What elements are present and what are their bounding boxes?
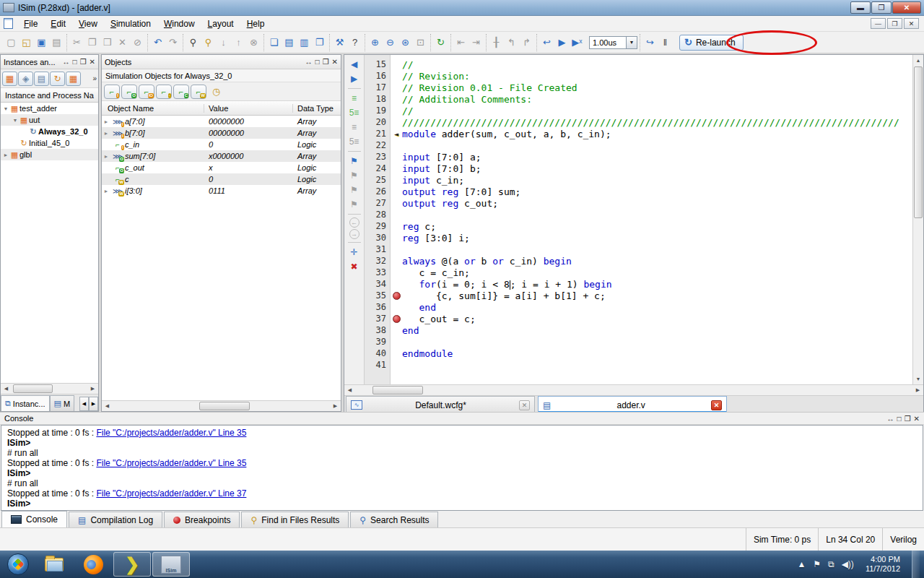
menu-simulation[interactable]: Simulation (104, 17, 157, 30)
code-line-28[interactable]: 28 (365, 209, 912, 220)
constant-filter-button[interactable]: ⌐C (173, 85, 189, 99)
mdi-close-button[interactable]: ✕ (904, 18, 919, 29)
prev-bookmark-icon[interactable]: ⚑ (347, 184, 362, 197)
expander-icon[interactable]: ► (102, 189, 110, 194)
context-help-icon[interactable]: ? (347, 35, 362, 50)
tab-breakpoints[interactable]: Breakpoints (164, 512, 240, 527)
print-icon[interactable]: ▤ (49, 35, 64, 50)
scroll-left-icon[interactable]: ◀ (102, 401, 113, 412)
code-line-29[interactable]: 29reg c; (365, 220, 912, 232)
menu-file[interactable]: File (17, 17, 44, 30)
code-line-32[interactable]: 32always @(a or b or c_in) begin (365, 255, 912, 267)
tree-item-always_32_0[interactable]: ↻Always_32_0 (1, 126, 98, 137)
column-data-type[interactable]: Data Type (293, 104, 341, 113)
taskbar-clock[interactable]: 4:00 PM 11/7/2012 (861, 555, 905, 574)
editor-tab-adderv[interactable]: ▤adder.v✕ (538, 396, 727, 413)
menu-view[interactable]: View (72, 17, 104, 30)
code-line-21[interactable]: 21◄module adder(sum, c_out, a, b, c_in); (365, 128, 912, 139)
zoom-area-icon[interactable]: ⊡ (413, 35, 428, 50)
action-center-flag-icon[interactable]: ⚑ (813, 559, 821, 569)
tab-find-in-files-results[interactable]: ⚲Find in Files Results (241, 512, 349, 527)
code-line-17[interactable]: 17// Revision 0.01 - File Created (365, 82, 912, 93)
expander-icon[interactable]: ► (102, 119, 110, 124)
expander-icon[interactable]: ► (102, 154, 110, 159)
taskbar-isim-button[interactable]: ISim (152, 552, 190, 577)
editor-hscrollbar[interactable]: ◀ ▶ (344, 384, 923, 395)
step-sim-icon[interactable]: ↪ (642, 35, 658, 50)
code-line-25[interactable]: 25input c_in; (365, 174, 912, 186)
column-object-name[interactable]: Object Name (102, 104, 204, 113)
instances-filter-button[interactable]: ▦ (2, 72, 17, 86)
relaunch-button[interactable]: ↻Re-launch (679, 35, 744, 51)
pan-tool-icon[interactable]: ✛ (347, 246, 362, 259)
network-icon[interactable]: ⧉ (828, 559, 834, 569)
show-line-highlight-icon[interactable]: ≡ (347, 92, 362, 105)
expander-icon[interactable]: ► (102, 131, 110, 136)
clear-line-highlight-icon[interactable]: ≡ (347, 121, 362, 134)
menu-edit[interactable]: Edit (44, 17, 72, 30)
maximize-panel-icon[interactable]: □ (315, 58, 320, 66)
objects-hscrollbar[interactable]: ◀ ▶ (102, 400, 341, 411)
restore-panel-icon[interactable]: ❐ (323, 58, 329, 66)
code-line-41[interactable]: 41 (365, 359, 912, 371)
cancel-find-icon[interactable]: ⊗ (246, 35, 261, 50)
close-panel-icon[interactable]: ✕ (90, 58, 95, 66)
scroll-right-icon[interactable]: ▶ (912, 385, 923, 396)
code-line-35[interactable]: 35 {c, sum[i]} = a[i] + b[1] + c; (365, 290, 912, 301)
find-prev-icon[interactable]: ↑ (231, 35, 246, 50)
object-row-sum70[interactable]: ►⋙Osum[7:0]x0000000Array (102, 150, 341, 162)
code-line-36[interactable]: 36 end (365, 301, 912, 313)
jump-back-icon[interactable]: ↰ (504, 35, 519, 50)
find-icon[interactable]: ⚲ (186, 35, 201, 50)
inout-filter-button[interactable]: ⌐IO (139, 85, 154, 99)
toolbar-overflow-icon[interactable]: » (92, 74, 97, 82)
code-line-31[interactable]: 31 (365, 243, 912, 255)
code-line-18[interactable]: 18// Additional Comments: (365, 93, 912, 105)
instances-hscrollbar[interactable]: ◀ ▶ (1, 383, 98, 394)
editor-tab-defaultwcfg[interactable]: ∿Default.wcfg*✕ (346, 396, 535, 413)
expander-icon[interactable]: ▼ (2, 106, 9, 111)
new-file-icon[interactable]: ▢ (4, 35, 19, 50)
scroll-left-icon[interactable]: ◀ (1, 384, 12, 394)
mdi-restore-button[interactable]: ❐ (887, 18, 902, 29)
object-row-c_in[interactable]: ⌐Ic_in0Logic (102, 139, 341, 150)
preferences-wrench-icon[interactable]: ⚒ (332, 35, 347, 50)
code-line-37[interactable]: 37 c_out = c; (365, 313, 912, 324)
cut-icon[interactable]: ✂ (69, 35, 84, 50)
start-button[interactable] (7, 553, 29, 575)
code-line-39[interactable]: 39 (365, 336, 912, 348)
object-row-i30[interactable]: ►⋙Wi[3:0]0111Array (102, 185, 341, 197)
scroll-thumb[interactable] (914, 66, 923, 218)
internal-filter-button[interactable]: ⌐· (156, 85, 172, 99)
show-desktop-button[interactable] (912, 551, 920, 578)
prev-hierarchy-icon[interactable]: ◀ (347, 58, 362, 71)
code-line-40[interactable]: 40endmodule (365, 348, 912, 359)
code-line-23[interactable]: 23input [7:0] a; (365, 151, 912, 163)
clear-line-highlight-5-icon[interactable]: 5≡ (347, 135, 362, 148)
menu-layout[interactable]: Layout (201, 17, 240, 30)
taskbar-ise-button[interactable]: ❯ (113, 552, 151, 577)
close-tab-icon[interactable]: ✕ (519, 400, 530, 410)
mdi-minimize-button[interactable]: — (871, 18, 886, 29)
scroll-right-icon[interactable]: ▶ (330, 401, 341, 412)
all-instances-filter-button[interactable]: ▦ (66, 72, 81, 86)
delete-all-breakpoints-icon[interactable]: ✖ (347, 260, 362, 273)
zoom-full-view-icon[interactable]: ⊛ (398, 35, 413, 50)
maximize-panel-icon[interactable]: □ (897, 415, 902, 423)
reload-icon[interactable]: ↻ (433, 35, 448, 50)
restore-panel-icon[interactable]: ❐ (905, 415, 911, 423)
breakpoint-icon[interactable] (393, 315, 401, 323)
source-filter-button[interactable]: ▤ (34, 72, 49, 86)
volume-icon[interactable]: ◀)) (842, 559, 854, 569)
next-hierarchy-icon[interactable]: ▶ (347, 72, 362, 85)
panel-tab-instanc[interactable]: ⧉Instanc... (1, 395, 50, 411)
code-line-26[interactable]: 26output reg [7:0] sum; (365, 186, 912, 197)
code-line-15[interactable]: 15// (365, 59, 912, 70)
editor-vscrollbar[interactable]: ▲ ▼ (912, 55, 923, 384)
scroll-down-icon[interactable]: ▼ (913, 374, 923, 384)
scroll-right-icon[interactable]: ▶ (87, 384, 98, 394)
breakpoint-gutter[interactable] (391, 315, 402, 323)
object-row-a70[interactable]: ►⋙Ia[7:0]00000000Array (102, 116, 341, 127)
nav-forward-icon[interactable]: → (349, 229, 359, 239)
tab-compilation-log[interactable]: ▤Compilation Log (69, 512, 162, 527)
